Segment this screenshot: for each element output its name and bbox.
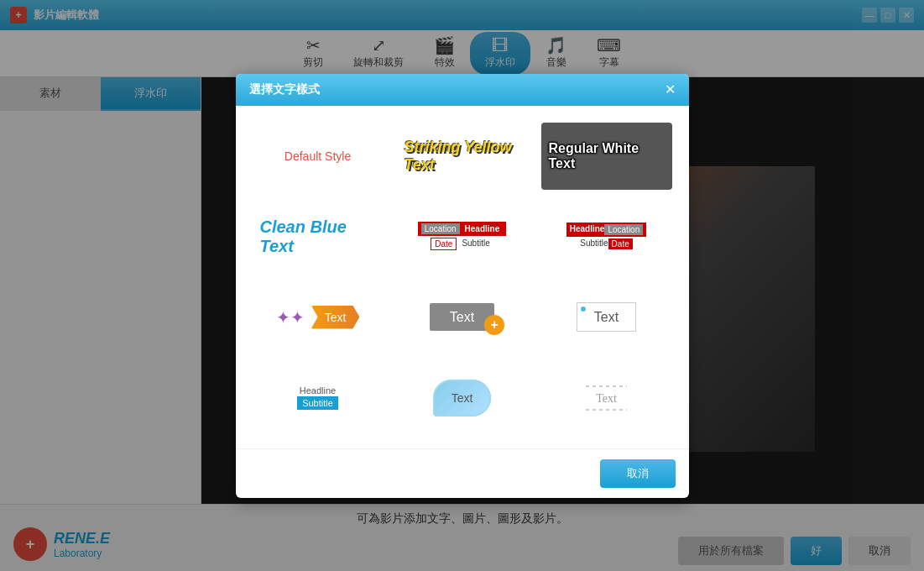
modal-body: Default Style Striking Yellow Text Regul… bbox=[236, 106, 689, 448]
style-handwrite[interactable]: Text bbox=[541, 364, 672, 432]
style-default-label: Default Style bbox=[285, 149, 351, 163]
style-handwrite-text: Text bbox=[596, 392, 617, 405]
modal-header: 選擇文字樣式 ✕ bbox=[236, 74, 689, 106]
style-minimal-text: Text bbox=[577, 302, 636, 332]
style-news2[interactable]: Headline Location Subtitle Date bbox=[541, 203, 672, 270]
text-style-modal: 選擇文字樣式 ✕ Default Style Striking Yellow T… bbox=[236, 74, 689, 498]
modal-cancel-button[interactable]: 取消 bbox=[600, 459, 676, 488]
style-bubble[interactable]: Text bbox=[397, 364, 528, 432]
style-yellow-label: Striking Yellow Text bbox=[405, 139, 520, 174]
style-news1[interactable]: Location Headline Date Subtitle bbox=[397, 203, 528, 270]
style-blue-label: Clean Blue Text bbox=[260, 217, 376, 256]
style-white-label: Regular White Text bbox=[549, 141, 665, 171]
plus-icon: + bbox=[484, 315, 504, 335]
news1-bar: Location Headline bbox=[418, 222, 507, 236]
style-minimal[interactable]: Text bbox=[541, 284, 672, 351]
lt-subbar-text: Subtitle bbox=[297, 396, 338, 410]
style-lowerthird[interactable]: Headline Subtitle bbox=[253, 364, 384, 432]
modal-title: 選擇文字樣式 bbox=[249, 82, 320, 97]
modal-close-button[interactable]: ✕ bbox=[665, 83, 676, 97]
dot-decoration bbox=[581, 306, 586, 312]
style-festive-text: Text bbox=[311, 306, 360, 329]
news1-date-bar: Date Subtitle bbox=[427, 236, 496, 252]
style-graybox[interactable]: Text + bbox=[397, 284, 528, 351]
style-bubble-text: Text bbox=[433, 380, 492, 416]
style-default[interactable]: Default Style bbox=[253, 123, 384, 190]
modal-overlay: 選擇文字樣式 ✕ Default Style Striking Yellow T… bbox=[0, 0, 924, 571]
modal-footer: 取消 bbox=[236, 448, 689, 498]
style-yellow[interactable]: Striking Yellow Text bbox=[397, 123, 528, 190]
style-white[interactable]: Regular White Text bbox=[541, 123, 672, 190]
style-festive[interactable]: ✦✦ Text bbox=[253, 284, 384, 351]
style-blue[interactable]: Clean Blue Text bbox=[253, 203, 384, 270]
